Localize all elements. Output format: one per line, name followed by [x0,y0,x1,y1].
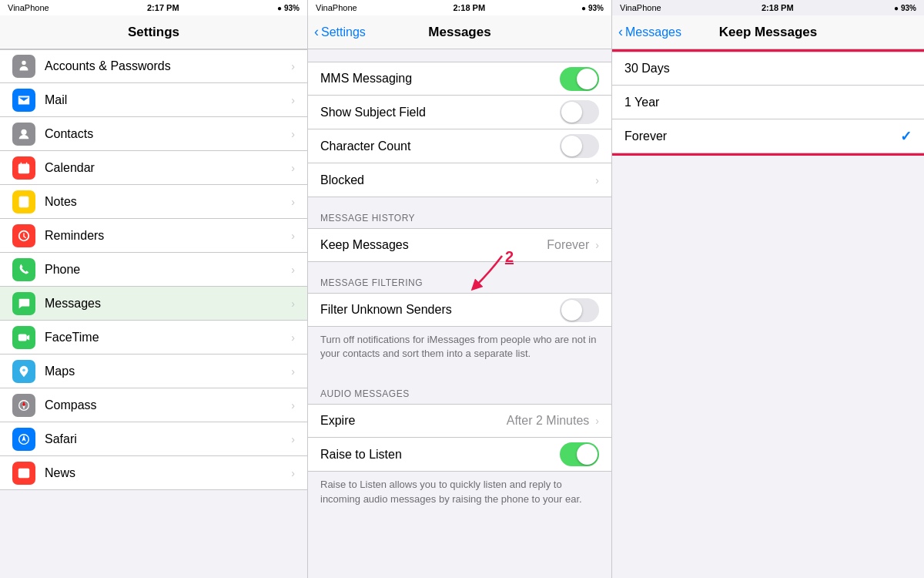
chevron-safari: › [291,433,295,445]
settings-item-maps[interactable]: Maps › [0,355,307,388]
messages-item-raise[interactable]: Raise to Listen [308,438,611,472]
maps-icon [12,360,35,383]
forever-checkmark: ✓ [900,128,912,145]
keep-messages-value: Forever [547,238,589,252]
section-header-audio: AUDIO MESSAGES [308,373,611,404]
svg-marker-8 [22,401,25,405]
maps-label: Maps [45,365,291,378]
chevron-expire: › [595,415,599,427]
blocked-label: Blocked [320,173,595,187]
compass-icon [12,394,35,417]
status-bar-right: VinaPhone 2:18 PM ● 93% [612,0,924,15]
chevron-notes: › [291,196,295,208]
notes-label: Notes [45,195,291,209]
settings-item-compass[interactable]: Compass › [0,388,307,422]
charcount-toggle-knob [561,136,582,156]
raise-label: Raise to Listen [320,448,560,462]
phone-label: Phone [45,263,291,277]
accounts-icon [12,55,35,78]
nav-bar-right: ‹ Messages Keep Messages [612,15,924,49]
status-bar-middle: VinaPhone 2:18 PM ● 93% [308,0,611,15]
settings-item-reminders[interactable]: Reminders › [0,219,307,253]
option-forever-label: Forever [624,129,900,143]
settings-item-notes[interactable]: Notes › [0,185,307,219]
keep-option-30days[interactable]: 30 Days [612,52,924,86]
carrier-middle: VinaPhone [316,3,357,12]
messages-item-keep[interactable]: Keep Messages Forever › 2 [308,228,611,262]
battery-middle: ● 93% [581,4,604,12]
chevron-messages: › [291,297,295,310]
status-bar-left: VinaPhone 2:17 PM ● 93% [0,0,307,15]
keep-option-forever[interactable]: Forever ✓ [612,119,924,153]
chevron-accounts: › [291,60,295,72]
nav-title-right: Keep Messages [719,25,818,40]
chevron-news: › [291,467,295,479]
back-label-keep: Messages [625,25,681,39]
subject-toggle[interactable] [560,100,599,124]
compass-label: Compass [45,398,291,412]
back-button-messages[interactable]: ‹ Settings [314,24,366,40]
filter-toggle[interactable] [560,298,599,322]
chevron-compass: › [291,399,295,412]
messages-label: Messages [45,297,291,311]
settings-item-safari[interactable]: Safari › [0,422,307,456]
nav-title-left: Settings [128,25,179,40]
messages-item-mms[interactable]: MMS Messaging [308,62,611,96]
settings-item-messages[interactable]: Messages › 1 [0,287,307,321]
chevron-maps: › [291,365,295,378]
settings-item-facetime[interactable]: FaceTime › [0,321,307,355]
settings-item-calendar[interactable]: Calendar › [0,151,307,185]
messages-item-expire[interactable]: Expire After 2 Minutes › [308,404,611,438]
messages-settings-panel: VinaPhone 2:18 PM ● 93% ‹ Settings Messa… [308,0,612,578]
messages-item-filter[interactable]: Filter Unknown Senders [308,293,611,327]
carrier-left: VinaPhone [8,3,49,12]
back-button-keep[interactable]: ‹ Messages [618,24,681,40]
settings-item-news[interactable]: News › [0,456,307,490]
settings-list: Accounts & Passwords › Mail › Contacts ›… [0,49,307,578]
keep-messages-panel: VinaPhone 2:18 PM ● 93% ‹ Messages Keep … [612,0,924,578]
chevron-mail: › [291,94,295,106]
messages-item-subject[interactable]: Show Subject Field [308,96,611,129]
chevron-reminders: › [291,230,295,242]
chevron-blocked: › [595,174,599,187]
back-label-messages: Settings [321,25,366,39]
carrier-right: VinaPhone [620,3,661,12]
svg-marker-11 [22,435,25,441]
messages-item-charcount[interactable]: Character Count [308,129,611,163]
settings-item-mail[interactable]: Mail › [0,83,307,117]
section-header-filtering: MESSAGE FILTERING [308,262,611,293]
mms-toggle[interactable] [560,67,599,91]
notes-icon [12,190,35,213]
battery-right: ● 93% [894,4,916,12]
svg-rect-1 [18,163,29,173]
subject-toggle-knob [561,102,582,123]
subject-label: Show Subject Field [320,106,560,119]
charcount-toggle[interactable] [560,134,599,158]
svg-point-6 [22,368,25,371]
option-1year-label: 1 Year [624,96,912,109]
chevron-contacts: › [291,128,295,140]
reminders-label: Reminders [45,229,291,243]
accounts-label: Accounts & Passwords [45,59,291,73]
keep-messages-list: 30 Days 1 Year Forever ✓ [612,49,924,578]
safari-icon [12,428,35,451]
facetime-label: FaceTime [45,331,291,344]
settings-item-phone[interactable]: Phone › [0,253,307,287]
mms-label: MMS Messaging [320,72,560,86]
messages-icon [12,292,35,315]
time-middle: 2:18 PM [453,3,485,12]
svg-marker-5 [27,334,30,340]
messages-item-blocked[interactable]: Blocked › [308,163,611,197]
settings-item-accounts[interactable]: Accounts & Passwords › [0,49,307,83]
arrow-1-annotation [300,291,307,317]
raise-toggle[interactable] [560,442,599,466]
nav-bar-middle: ‹ Settings Messages [308,15,611,49]
keep-option-1year[interactable]: 1 Year [612,86,924,119]
mms-toggle-knob [577,69,598,89]
raise-footer: Raise to Listen allows you to quickly li… [308,472,611,518]
chevron-phone: › [291,264,295,276]
nav-title-middle: Messages [428,25,490,40]
svg-point-0 [21,129,26,134]
news-icon [12,462,35,485]
settings-item-contacts[interactable]: Contacts › [0,117,307,151]
